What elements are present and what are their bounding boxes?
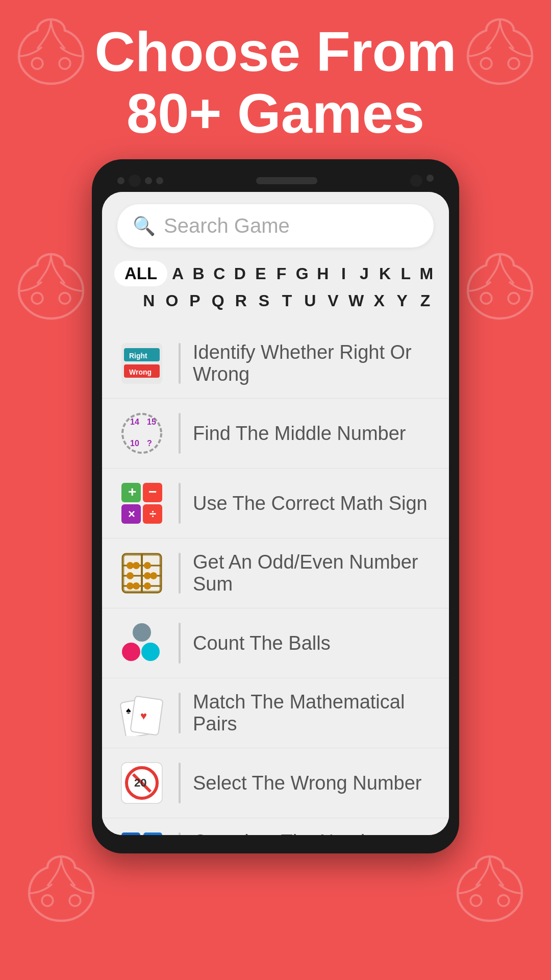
alpha-btn-p[interactable]: P <box>183 289 206 312</box>
brain-decoration-br <box>444 847 536 939</box>
sensor-dot <box>427 175 434 182</box>
svg-point-43 <box>133 582 140 590</box>
alpha-btn-z[interactable]: Z <box>414 289 437 312</box>
alpha-btn-t[interactable]: T <box>276 289 298 312</box>
game-label: Match The Mathematical Pairs <box>193 691 434 735</box>
svg-text:20: 20 <box>134 776 146 789</box>
game-item[interactable]: Right Wrong Identify Whether Right Or Wr… <box>102 329 449 398</box>
alpha-btn-n[interactable]: N <box>137 289 160 312</box>
svg-text:15: 15 <box>147 418 156 426</box>
svg-point-38 <box>144 562 151 569</box>
svg-point-8 <box>42 895 53 906</box>
game-item[interactable]: + − × ÷ Use The Correct Math Sign <box>102 468 449 538</box>
svg-text:÷: ÷ <box>149 507 156 521</box>
alpha-btn-a[interactable]: A <box>167 262 188 285</box>
game-icon-cards: ♠ ♥ <box>117 689 166 738</box>
svg-point-46 <box>122 643 140 661</box>
game-icon-math-sign: + − × ÷ <box>117 479 166 528</box>
svg-text:×: × <box>128 507 135 521</box>
alpha-btn-w[interactable]: W <box>344 289 367 312</box>
search-bar-wrapper: 🔍 Search Game <box>102 192 449 256</box>
alpha-btn-s[interactable]: S <box>253 289 276 312</box>
alpha-btn-l[interactable]: L <box>395 262 416 285</box>
game-item[interactable]: 20 Select The Wrong Number <box>102 748 449 818</box>
search-bar[interactable]: 🔍 Search Game <box>117 204 434 248</box>
svg-text:♠: ♠ <box>126 705 131 716</box>
svg-text:♥: ♥ <box>140 709 147 722</box>
svg-rect-58 <box>143 832 162 835</box>
game-item[interactable]: 14 15 10 ? Find The Middle Number <box>102 398 449 468</box>
svg-text:?: ? <box>147 439 152 448</box>
svg-text:5: 5 <box>128 835 134 835</box>
alpha-btn-all[interactable]: ALL <box>114 261 167 286</box>
svg-point-36 <box>127 562 134 569</box>
alpha-btn-u[interactable]: U <box>298 289 321 312</box>
game-divider <box>179 623 181 664</box>
game-icon-right-wrong: Right Wrong <box>117 339 166 388</box>
status-dot-4 <box>156 177 163 184</box>
game-divider <box>179 693 181 733</box>
search-icon: 🔍 <box>133 215 156 237</box>
game-divider <box>179 483 181 524</box>
alpha-row-2: NOPQRSTUVWXYZ <box>114 289 437 312</box>
search-placeholder[interactable]: Search Game <box>164 214 290 237</box>
game-label: Identify Whether Right Or Wrong <box>193 341 434 385</box>
phone-dots-right <box>410 175 434 187</box>
game-label: Get An Odd/Even Number Sum <box>193 551 434 595</box>
alpha-btn-g[interactable]: G <box>292 262 313 285</box>
game-label: Use The Correct Math Sign <box>193 493 428 514</box>
svg-text:14: 14 <box>130 418 139 426</box>
svg-point-45 <box>133 623 151 642</box>
game-item[interactable]: Count The Balls <box>102 608 449 678</box>
svg-point-5 <box>59 293 70 304</box>
alpha-btn-m[interactable]: M <box>416 262 437 285</box>
alpha-btn-j[interactable]: J <box>354 262 375 285</box>
status-dot-3 <box>145 177 152 184</box>
game-label: Count The Balls <box>193 632 331 654</box>
alpha-btn-v[interactable]: V <box>321 289 344 312</box>
phone-frame: 🔍 Search Game ALLABCDEFGHIJKLM NOPQRSTUV… <box>92 159 459 853</box>
svg-text:Right: Right <box>129 352 147 360</box>
brain-decoration-bl <box>15 847 107 939</box>
game-item[interactable]: ♠ ♥ Match The Mathematical Pairs <box>102 678 449 748</box>
game-icon-wrong-number: 20 <box>117 758 166 807</box>
alpha-btn-k[interactable]: K <box>374 262 395 285</box>
svg-point-0 <box>32 58 43 69</box>
alpha-btn-c[interactable]: C <box>209 262 230 285</box>
alpha-btn-y[interactable]: Y <box>391 289 414 312</box>
phone-status-bar <box>102 169 449 192</box>
svg-point-10 <box>470 895 482 906</box>
game-label: Select The Wrong Number <box>193 772 421 794</box>
alpha-btn-o[interactable]: O <box>160 289 183 312</box>
svg-point-7 <box>508 293 519 304</box>
svg-point-44 <box>144 582 151 590</box>
alpha-btn-f[interactable]: F <box>271 262 292 285</box>
game-label: Find The Middle Number <box>193 423 406 445</box>
svg-point-40 <box>144 572 151 579</box>
game-item[interactable]: 5 10 4 8 Complete The Number Pattern <box>102 818 449 835</box>
game-divider <box>179 413 181 454</box>
svg-text:−: − <box>148 484 157 500</box>
alpha-btn-b[interactable]: B <box>188 262 209 285</box>
alpha-btn-i[interactable]: I <box>333 262 354 285</box>
alpha-btn-r[interactable]: R <box>230 289 253 312</box>
svg-point-37 <box>133 562 140 569</box>
phone-speaker <box>256 177 317 184</box>
alpha-btn-h[interactable]: H <box>312 262 333 285</box>
alpha-btn-q[interactable]: Q <box>207 289 230 312</box>
alpha-btn-d[interactable]: D <box>230 262 251 285</box>
game-item[interactable]: Get An Odd/Even Number Sum <box>102 538 449 608</box>
status-dot-camera <box>129 175 141 187</box>
alphabet-filter: ALLABCDEFGHIJKLM NOPQRSTUVWXYZ <box>102 256 449 324</box>
header-title: Choose From 80+ Games <box>64 20 487 144</box>
alpha-btn-x[interactable]: X <box>368 289 391 312</box>
game-divider <box>179 553 181 594</box>
svg-point-4 <box>32 293 43 304</box>
game-divider <box>179 763 181 803</box>
game-icon-balls <box>117 619 166 668</box>
alpha-btn-e[interactable]: E <box>251 262 271 285</box>
front-camera <box>410 175 422 187</box>
svg-text:+: + <box>128 484 136 500</box>
svg-point-9 <box>69 895 81 906</box>
game-icon-number-pattern: 5 10 4 8 <box>117 828 166 835</box>
